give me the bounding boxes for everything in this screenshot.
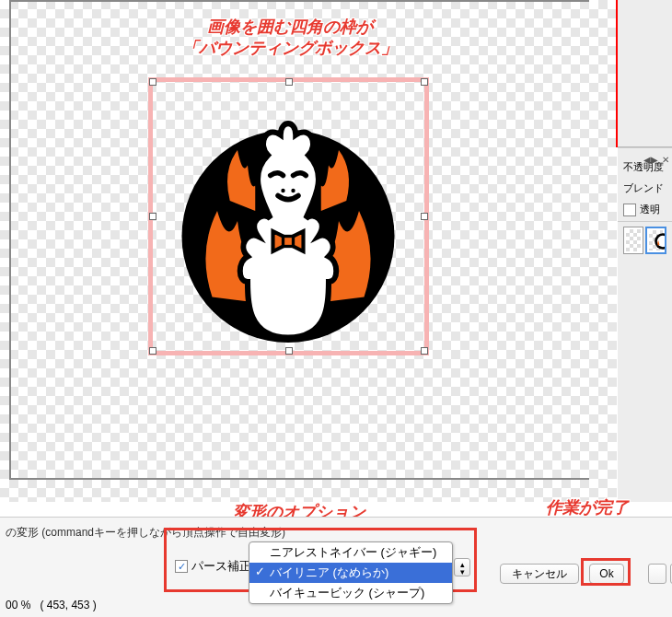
bounding-box[interactable] — [148, 77, 429, 355]
annotation-bounding-box: 画像を囲む四角の枠が 「バウンティングボックス」 — [133, 17, 446, 60]
canvas-border — [9, 0, 589, 2]
handle-top-right[interactable] — [421, 78, 428, 86]
blend-label: ブレンド — [623, 181, 666, 195]
interpolation-bicubic[interactable]: バイキュービック (シャープ) — [249, 583, 452, 603]
status-row: 00 % ( 453, 453 ) — [0, 599, 184, 611]
perspective-checkbox[interactable]: ✓ — [175, 560, 188, 573]
interpolation-nearest[interactable]: ニアレストネイバー (ジャギー) — [249, 542, 452, 563]
interpolation-bilinear[interactable]: バイリニア (なめらか) — [249, 563, 452, 583]
handle-top-mid[interactable] — [285, 78, 293, 86]
handle-mid-right[interactable] — [421, 213, 428, 220]
right-panel: ◀▶ ✕ 不透明度 ブレンド 透明 — [618, 0, 672, 502]
interpolation-menu: ニアレストネイバー (ジャギー) バイリニア (なめらか) バイキュービック (… — [249, 541, 453, 604]
layer-thumb-active[interactable] — [645, 227, 666, 254]
layer-thumb[interactable] — [623, 227, 643, 254]
handle-bottom-left[interactable] — [149, 347, 156, 355]
aux-button[interactable] — [648, 564, 666, 584]
cancel-button[interactable]: キャンセル — [500, 564, 579, 584]
canvas-border — [9, 0, 11, 480]
handle-top-left[interactable] — [149, 78, 156, 86]
annotation-border-ok — [581, 558, 631, 586]
cursor-coords: ( 453, 453 ) — [40, 599, 96, 611]
perspective-label: パース補正 — [191, 558, 251, 575]
panel-close-icon[interactable]: ✕ — [662, 155, 669, 165]
handle-bottom-right[interactable] — [421, 347, 428, 355]
handle-mid-left[interactable] — [149, 213, 156, 220]
canvas-border — [9, 478, 589, 480]
handle-bottom-mid[interactable] — [285, 347, 293, 355]
transparent-lock-checkbox[interactable] — [623, 204, 636, 216]
canvas-area[interactable] — [0, 0, 617, 502]
zoom-level: 00 % — [6, 599, 30, 611]
transparent-lock-label: 透明 — [640, 203, 660, 216]
panel-collapse-icon[interactable]: ◀▶ — [643, 155, 658, 165]
